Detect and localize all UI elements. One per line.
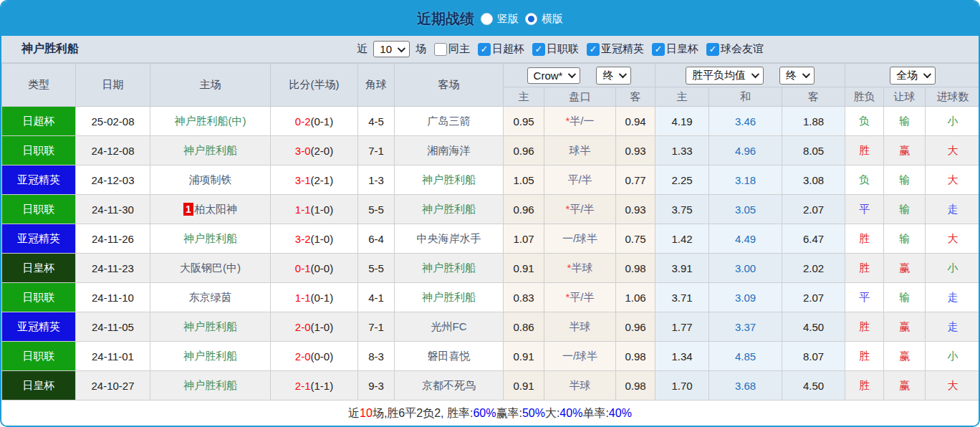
type-badge: 日皇杯: [2, 371, 76, 400]
handicap-result: 赢: [884, 254, 926, 283]
avg-away-cell: 8.07: [782, 342, 845, 371]
table-row: 亚冠精英 24-11-26 神户胜利船 3-2(1-0) 6-4 中央海岸水手 …: [2, 224, 980, 254]
checkbox-icon[interactable]: [478, 43, 491, 56]
layout-radio-horizontal[interactable]: 横版: [525, 12, 563, 26]
full-time-score: 3-2: [295, 233, 311, 245]
match-count-select[interactable]: 10: [373, 41, 410, 57]
filter-controls: 近 10 场 同主 日超杯 日职联 亚冠精英 日皇杯 球会友谊: [357, 41, 764, 57]
handicap-line: 一/球半: [562, 232, 597, 244]
score-cell: 2-0(0-0): [271, 342, 358, 371]
odds-away-cell: 0.94: [616, 107, 655, 136]
col-header-home: 主场: [150, 64, 271, 107]
radio-icon[interactable]: [525, 13, 537, 25]
home-team-cell: 神户胜利船: [150, 371, 271, 400]
checkbox-icon[interactable]: [532, 43, 545, 56]
layout-radio-vertical[interactable]: 竖版: [481, 12, 519, 26]
handicap-cell: 半球: [544, 371, 616, 400]
table-row: 日皇杯 24-10-27 神户胜利船 2-1(1-1) 9-3 京都不死鸟 0.…: [2, 371, 980, 400]
odds-source-select[interactable]: Crow*: [527, 67, 581, 84]
avg-period-select[interactable]: 终: [779, 67, 815, 85]
away-team-cell: 神户胜利船: [395, 283, 504, 312]
avg-home-cell: 1.34: [655, 342, 709, 371]
home-team: 神户胜利船: [183, 379, 237, 391]
handicap-result: 输: [884, 283, 926, 312]
recent-results-widget: 近期战绩 竖版 横版 神户胜利船 近 10 场 同主 日超杯 日职联 亚冠精英 …: [0, 0, 980, 427]
handicap-result: 输: [884, 107, 926, 136]
handicap-line: 半球: [571, 262, 592, 274]
avg-source-select[interactable]: 胜平负均值: [686, 67, 764, 85]
odds-home-cell: 0.83: [504, 283, 544, 312]
avg-away-cell: 1.88: [782, 107, 845, 136]
radio-label: 横版: [542, 12, 563, 26]
match-date: 24-11-10: [76, 283, 150, 312]
footer-segment: 大:: [545, 406, 559, 421]
type-badge: 日超杯: [2, 107, 76, 136]
avg-home-cell: 1.70: [655, 371, 709, 400]
footer-segment: 赢率:: [496, 406, 522, 421]
filter-checkbox-item[interactable]: 球会友谊: [701, 42, 764, 56]
checkbox-icon[interactable]: [434, 43, 447, 56]
odds-home-cell: 0.96: [504, 136, 544, 165]
away-team: 神户胜利船: [422, 173, 476, 186]
corners-cell: 4-5: [358, 107, 395, 136]
corners-cell: 5-5: [358, 195, 395, 224]
match-date: 24-12-03: [76, 165, 150, 195]
result-scope-select[interactable]: 全场: [890, 67, 936, 85]
avg-group-header: 胜平负均值 终: [655, 64, 845, 87]
odds-home-cell: 0.95: [504, 107, 544, 136]
handicap-cell: *平/半: [544, 195, 616, 224]
handicap-cell: 半球: [544, 312, 616, 342]
match-date: 24-11-23: [76, 254, 150, 283]
handicap-cell: *平/半: [544, 283, 616, 312]
checkbox-icon[interactable]: [587, 43, 600, 56]
home-rank-badge: 1: [183, 203, 193, 216]
home-team-cell: 浦项制铁: [150, 165, 271, 195]
away-team: 磐田喜悦: [428, 350, 471, 362]
away-team: 神户胜利船: [422, 262, 476, 274]
odds-home-cell: 0.86: [504, 312, 544, 342]
corners-cell: 7-1: [358, 312, 395, 342]
avg-home-cell: 1.33: [655, 136, 709, 165]
sub-header-handicap-result: 让球: [884, 87, 926, 107]
avg-away-cell: 4.50: [782, 312, 845, 342]
filter-checkbox-item[interactable]: 日皇杯: [646, 42, 698, 56]
avg-draw-cell: 3.46: [709, 107, 782, 136]
away-team: 广岛三箭: [428, 115, 471, 127]
odds-home-cell: 0.91: [504, 342, 544, 371]
home-team: 神户胜利船: [183, 320, 237, 332]
odds-home-cell: 1.05: [504, 165, 544, 195]
wdl-result: 负: [845, 165, 884, 195]
sub-header-avg-away: 客: [782, 87, 845, 107]
col-header-date: 日期: [76, 64, 150, 107]
corners-cell: 6-4: [358, 224, 395, 254]
sub-header-odds-home: 主: [504, 87, 544, 107]
type-badge: 亚冠精英: [2, 224, 76, 254]
table-row: 日职联 24-11-30 1柏太阳神 1-1(1-0) 5-5 神户胜利船 0.…: [2, 195, 980, 224]
filter-checkbox-item[interactable]: 日超杯: [472, 42, 524, 56]
odds-period-select[interactable]: 终: [596, 67, 631, 85]
checkbox-icon[interactable]: [706, 43, 719, 56]
filter-checkbox-item[interactable]: 亚冠精英: [581, 42, 644, 56]
table-row: 日职联 24-12-08 神户胜利船 3-0(2-0) 7-1 湘南海洋 0.9…: [2, 136, 980, 165]
checkbox-icon[interactable]: [652, 43, 665, 56]
avg-away-cell: 6.47: [782, 224, 845, 254]
filter-checkbox-item[interactable]: 同主: [428, 42, 470, 56]
score-cell: 2-0(1-0): [271, 312, 358, 342]
filter-checkbox-item[interactable]: 日职联: [527, 42, 579, 56]
col-header-away: 客场: [395, 64, 504, 107]
handicap-line: 球半: [570, 144, 591, 156]
handicap-line: 半/一: [570, 115, 594, 127]
away-team: 神户胜利船: [422, 203, 476, 215]
score-cell: 3-2(1-0): [271, 224, 358, 254]
match-date: 24-11-05: [76, 312, 150, 342]
type-badge: 日职联: [2, 342, 76, 371]
handicap-cell: 一/球半: [544, 342, 616, 371]
footer-segment: 50%: [522, 407, 545, 420]
away-team-cell: 磐田喜悦: [395, 342, 504, 371]
odds-home-cell: 0.91: [504, 254, 544, 283]
half-time-score: (1-1): [311, 380, 334, 392]
avg-away-cell: 4.50: [782, 371, 845, 400]
radio-icon[interactable]: [481, 13, 493, 25]
type-badge: 亚冠精英: [2, 165, 76, 195]
sub-header-wdl: 胜负: [845, 87, 884, 107]
